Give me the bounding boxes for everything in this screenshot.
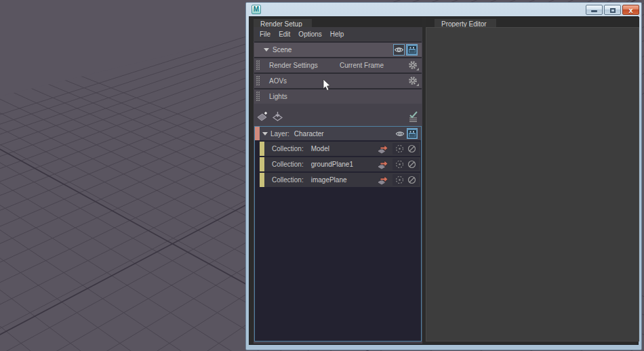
menubar: File Edit Options Help (254, 27, 422, 41)
expand-triangle-icon[interactable] (262, 132, 268, 136)
maya-app-icon: M (251, 5, 261, 14)
eye-icon (394, 46, 404, 54)
property-editor-panel: Property Editor (426, 17, 639, 344)
maximize-button[interactable] (604, 5, 621, 15)
layer-color-bar[interactable] (255, 127, 260, 140)
collection-prefix: Collection: (272, 176, 304, 184)
window-content: Render Setup File Edit Options Help Scen… (249, 16, 639, 345)
render-setup-panel: Render Setup File Edit Options Help Scen… (254, 17, 422, 344)
right-tabstrip: Property Editor (426, 17, 639, 27)
collection-name[interactable]: Model (311, 145, 329, 152)
menu-help[interactable]: Help (328, 29, 346, 39)
collection-row-model[interactable]: Collection: Model (260, 142, 420, 156)
exclude-circle-icon[interactable] (407, 159, 417, 169)
layer-toolbar (254, 105, 422, 126)
render-settings-label: Render Settings (269, 62, 318, 69)
window-titlebar[interactable]: M x (246, 3, 641, 16)
layer-renderable-button[interactable] (407, 128, 418, 139)
collection-row-groundplane1[interactable]: Collection: groundPlane1 (260, 157, 420, 171)
clapboard-icon (408, 46, 416, 54)
exclude-circle-icon[interactable] (407, 175, 417, 185)
drag-handle[interactable] (256, 76, 260, 86)
validate-all-icon[interactable] (408, 111, 418, 122)
layer-row-character[interactable]: Layer: Character (255, 127, 421, 140)
eye-icon (395, 130, 405, 138)
aovs-row[interactable]: AOVs (254, 74, 422, 88)
lights-row[interactable]: Lights (254, 89, 422, 104)
gear-icon[interactable] (407, 60, 419, 71)
isolate-arrow-icon[interactable] (378, 160, 389, 169)
drag-handle[interactable] (256, 60, 260, 70)
layer-visibility-button[interactable] (395, 128, 405, 139)
mouse-cursor (323, 79, 331, 91)
menu-edit[interactable]: Edit (277, 29, 292, 39)
layer-prefix: Layer: (270, 130, 289, 138)
collection-name[interactable]: groundPlane1 (311, 161, 353, 168)
collection-color-bar (260, 142, 264, 156)
collection-row-imageplane[interactable]: Collection: imagePlane (260, 173, 420, 187)
scene-header-row[interactable]: Scene (254, 43, 422, 57)
collection-color-bar (260, 157, 264, 171)
create-layer-icon[interactable] (257, 111, 268, 122)
scene-label: Scene (273, 46, 291, 54)
scene-visibility-button[interactable] (393, 44, 405, 56)
scene-section: Scene Render Settings (254, 41, 422, 104)
left-tabstrip: Render Setup (254, 17, 422, 27)
clapboard-icon (408, 130, 416, 138)
render-setup-window: M x Render Setup File Edit Options Help (245, 2, 642, 350)
isolate-arrow-icon[interactable] (378, 176, 389, 185)
menu-options[interactable]: Options (296, 29, 323, 39)
minimize-icon (591, 10, 597, 12)
menu-file[interactable]: File (258, 29, 273, 39)
layers-list: Layer: Character Coll (254, 126, 422, 342)
render-settings-row[interactable]: Render Settings Current Frame (254, 58, 422, 73)
collection-color-bar (260, 173, 264, 187)
include-circle-icon[interactable] (395, 159, 405, 169)
include-circle-icon[interactable] (395, 144, 405, 154)
scene-renderable-button[interactable] (406, 44, 418, 56)
layer-name[interactable]: Character (294, 130, 324, 138)
maximize-icon (610, 8, 616, 13)
close-button[interactable]: x (622, 5, 639, 15)
exclude-circle-icon[interactable] (407, 144, 417, 154)
property-editor-body (426, 27, 639, 342)
gear-icon[interactable] (407, 75, 419, 87)
close-icon: x (623, 5, 639, 14)
include-circle-icon[interactable] (395, 175, 405, 185)
render-settings-value: Current Frame (340, 62, 384, 69)
aovs-label: AOVs (269, 77, 287, 85)
collection-prefix: Collection: (272, 161, 304, 168)
collection-prefix: Collection: (272, 145, 304, 152)
lights-label: Lights (269, 93, 287, 100)
collection-name[interactable]: imagePlane (311, 176, 347, 184)
isolate-arrow-icon[interactable] (378, 144, 389, 154)
create-collection-icon[interactable] (272, 111, 283, 122)
expand-triangle-icon[interactable] (264, 48, 269, 51)
minimize-button[interactable] (586, 5, 603, 15)
drag-handle[interactable] (256, 91, 260, 102)
